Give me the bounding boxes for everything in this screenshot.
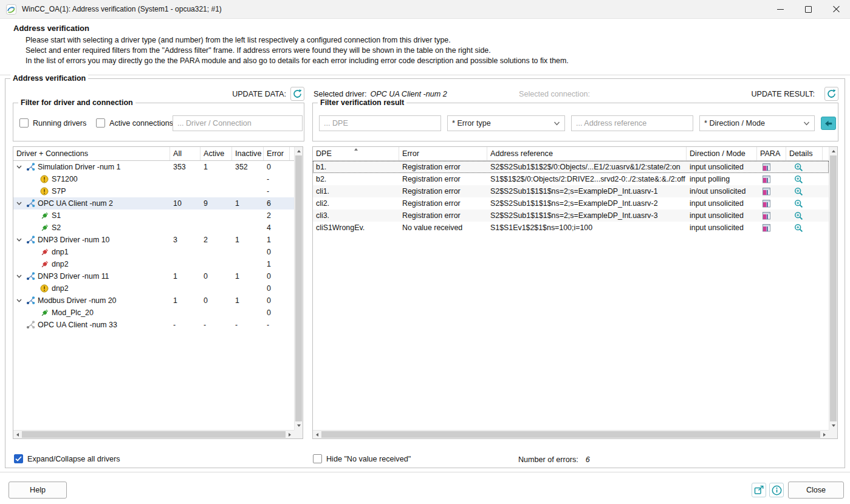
app-logo-icon — [6, 4, 16, 15]
minimize-button[interactable] — [766, 0, 794, 18]
result-table-header: DPE Error Address reference Direction / … — [313, 147, 829, 161]
zoom-details-icon[interactable] — [794, 223, 803, 233]
column-address-reference[interactable]: Address reference — [487, 147, 687, 160]
scroll-down-arrow[interactable] — [829, 421, 837, 430]
driver-label: Modbus Driver -num 20 — [38, 296, 116, 305]
help-button[interactable]: Help — [9, 482, 67, 499]
tree-row-driver[interactable]: DNP3 Driver -num 10 3 2 1 1 — [13, 234, 294, 246]
close-window-button[interactable] — [822, 0, 850, 18]
zoom-details-icon[interactable] — [794, 175, 803, 184]
driver-icon — [26, 296, 36, 305]
para-icon[interactable] — [763, 175, 770, 183]
horizontal-scrollbar[interactable] — [313, 430, 829, 438]
column-inactive[interactable]: Inactive — [232, 147, 264, 160]
chevron-down-icon[interactable] — [16, 202, 26, 205]
zoom-details-icon[interactable] — [794, 199, 803, 208]
close-button[interactable]: Close — [788, 482, 844, 499]
column-driver-connections[interactable]: Driver + Connections — [13, 147, 170, 160]
result-row[interactable]: b2. Registration error S1$$1$2$/0:Object… — [313, 173, 829, 185]
result-row[interactable]: cli3. Registration error S2$S2Sub1$1$1$n… — [313, 209, 829, 222]
scrollbar-thumb[interactable] — [830, 155, 837, 421]
tree-row-driver[interactable]: DNP3 Driver -num 11 1 0 1 0 — [13, 270, 294, 282]
result-row[interactable]: cliS1WrongEv. No value received S1$S1Ev1… — [313, 222, 829, 234]
scrollbar-thumb[interactable] — [295, 155, 302, 421]
hide-no-value-checkbox[interactable] — [313, 454, 322, 463]
para-icon[interactable] — [763, 187, 770, 196]
driver-filter-group: Filter for driver and connection Running… — [13, 103, 304, 141]
tree-row-driver[interactable]: OPC UA Client -num 33 - - - - — [13, 319, 294, 331]
tree-row-connection[interactable]: dnp2 0 — [13, 282, 294, 295]
column-all[interactable]: All — [170, 147, 201, 160]
result-row[interactable]: cli2. Registration error S2$S2Sub1$1$1$n… — [313, 197, 829, 209]
scroll-down-arrow[interactable] — [295, 421, 303, 430]
scroll-right-arrow[interactable] — [286, 431, 294, 438]
export-button[interactable] — [752, 483, 766, 497]
scroll-up-arrow[interactable] — [829, 147, 837, 155]
update-data-button[interactable] — [290, 87, 304, 101]
selected-driver-label: Selected driver: — [314, 90, 367, 98]
result-filter-title: Filter verification result — [318, 98, 406, 107]
tree-row-driver-selected[interactable]: OPC UA Client -num 2 10 9 1 6 — [13, 197, 294, 209]
result-row[interactable]: cli1. Registration error S2$S2Sub1$1$1$n… — [313, 185, 829, 197]
column-details[interactable]: Details — [786, 147, 823, 160]
chevron-down-icon[interactable] — [16, 238, 26, 242]
tree-row-driver[interactable]: Modbus Driver -num 20 1 0 1 0 — [13, 295, 294, 307]
tree-row-driver[interactable]: Simulation Driver -num 1 353 1 352 0 — [13, 161, 294, 173]
para-icon[interactable] — [763, 211, 770, 220]
scroll-left-arrow[interactable] — [313, 431, 321, 438]
tree-row-connection[interactable]: dnp2 1 — [13, 258, 294, 270]
running-drivers-checkbox-row: Running drivers — [19, 118, 86, 128]
tree-row-connection[interactable]: dnp1 0 — [13, 246, 294, 258]
column-error[interactable]: Error — [399, 147, 487, 160]
vertical-scrollbar[interactable] — [829, 147, 837, 430]
column-dpe[interactable]: DPE — [313, 147, 399, 160]
para-icon[interactable] — [763, 163, 770, 171]
result-row[interactable]: b1. Registration error S2$S2Sub1$1$2$/0:… — [313, 161, 829, 173]
expand-collapse-checkbox[interactable] — [14, 454, 23, 463]
scrollbar-thumb[interactable] — [22, 431, 286, 438]
driver-label: OPC UA Client -num 2 — [38, 199, 113, 208]
address-reference-filter-input[interactable] — [571, 115, 693, 131]
scroll-left-arrow[interactable] — [13, 431, 22, 438]
driver-connection-filter-input[interactable] — [173, 115, 303, 131]
chevron-down-icon[interactable] — [16, 165, 26, 169]
tree-row-connection[interactable]: S7P - — [13, 185, 294, 197]
tree-row-connection[interactable]: S2 4 — [13, 222, 294, 234]
dpe-filter-input[interactable] — [319, 115, 441, 131]
scrollbar-corner — [294, 430, 303, 438]
para-icon[interactable] — [763, 223, 770, 232]
scroll-right-arrow[interactable] — [820, 431, 829, 438]
direction-mode-select[interactable]: * Direction / Mode — [699, 115, 815, 131]
warning-icon — [40, 187, 50, 196]
vertical-scrollbar[interactable] — [294, 147, 303, 430]
update-result-button[interactable] — [824, 87, 838, 101]
active-connections-checkbox[interactable] — [96, 118, 105, 128]
active-connections-checkbox-row: Active connections — [96, 118, 173, 128]
scroll-up-arrow[interactable] — [295, 147, 303, 155]
tree-row-connection[interactable]: S71200 - — [13, 173, 294, 185]
column-active[interactable]: Active — [201, 147, 232, 160]
error-type-select[interactable]: * Error type — [447, 115, 565, 131]
driver-label: Simulation Driver -num 1 — [38, 163, 120, 171]
tree-row-connection[interactable]: Mod_Plc_20 0 — [13, 307, 294, 319]
number-of-errors-label: Number of errors: — [518, 455, 578, 464]
scrollbar-corner — [829, 430, 837, 438]
tree-row-connection[interactable]: S1 2 — [13, 209, 294, 222]
horizontal-scrollbar[interactable] — [13, 430, 294, 438]
chevron-down-icon[interactable] — [16, 274, 26, 278]
zoom-details-icon[interactable] — [794, 187, 803, 196]
zoom-details-icon[interactable] — [794, 163, 803, 172]
column-direction-mode[interactable]: Direction / Mode — [687, 147, 757, 160]
scrollbar-thumb[interactable] — [321, 431, 820, 438]
connected-icon — [40, 223, 50, 232]
info-button[interactable] — [769, 483, 784, 497]
chevron-down-icon[interactable] — [16, 299, 26, 302]
zoom-details-icon[interactable] — [794, 211, 803, 220]
clear-filter-button[interactable] — [821, 117, 836, 130]
running-drivers-checkbox[interactable] — [19, 118, 29, 128]
column-error[interactable]: Error — [264, 147, 290, 160]
column-para[interactable]: PARA — [757, 147, 786, 160]
intro-header: Address verification Please start with s… — [0, 19, 850, 75]
para-icon[interactable] — [763, 199, 770, 208]
maximize-button[interactable] — [794, 0, 822, 18]
